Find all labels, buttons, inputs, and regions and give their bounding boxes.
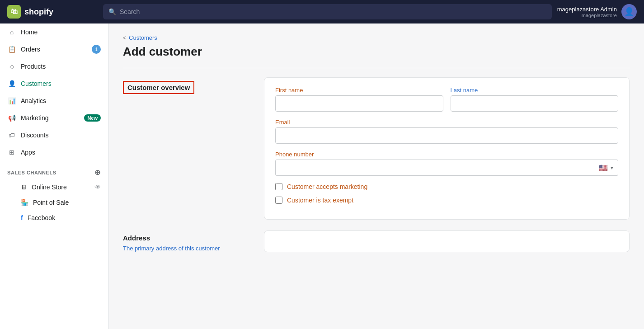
email-row: Email <box>275 119 618 144</box>
sidebar-label-customers: Customers <box>21 80 52 87</box>
add-sales-channel-icon[interactable]: ⊕ <box>94 168 101 177</box>
sidebar-label-apps: Apps <box>21 149 35 156</box>
address-card <box>264 230 630 252</box>
last-name-group: Last name <box>451 87 619 112</box>
sidebar-item-point-of-sale[interactable]: 🏪 Point of Sale <box>0 195 108 210</box>
orders-icon: 📋 <box>7 45 16 54</box>
first-name-group: First name <box>275 87 443 112</box>
search-bar[interactable]: 🔍 <box>103 4 552 19</box>
sidebar-label-analytics: Analytics <box>21 97 46 104</box>
sidebar-item-facebook[interactable]: f Facebook <box>0 210 108 226</box>
sidebar-label-online-store: Online Store <box>32 183 67 191</box>
phone-input-row: 🇺🇸 ▼ <box>275 160 618 176</box>
marketing-checkbox[interactable] <box>275 183 282 190</box>
discounts-icon: 🏷 <box>7 131 16 140</box>
marketing-checkbox-label: Customer accepts marketing <box>287 183 367 190</box>
breadcrumb[interactable]: < Customers <box>123 34 630 41</box>
avatar[interactable]: 👤 <box>621 4 637 19</box>
tax-exempt-checkbox-row[interactable]: Customer is tax exempt <box>275 197 618 204</box>
email-label: Email <box>275 119 618 126</box>
sidebar-item-orders[interactable]: 📋 Orders 1 <box>0 41 108 58</box>
user-name: mageplazastore Admin <box>557 6 617 13</box>
sidebar-item-marketing[interactable]: 📢 Marketing New <box>0 109 108 127</box>
marketing-icon: 📢 <box>7 113 16 122</box>
breadcrumb-label: Customers <box>129 34 157 41</box>
sidebar-label-home: Home <box>21 28 38 36</box>
email-group: Email <box>275 119 618 144</box>
sidebar-label-discounts: Discounts <box>21 132 48 139</box>
page-title: Add customer <box>123 45 630 59</box>
logo: 🛍 shopify <box>7 5 98 19</box>
online-store-icon: 🖥 <box>21 183 27 191</box>
main-content: < Customers Add customer Customer overvi… <box>108 24 644 329</box>
user-info: mageplazastore Admin mageplazastore 👤 <box>557 4 637 19</box>
customer-overview-heading: Customer overview <box>123 81 194 94</box>
sidebar-item-customers[interactable]: 👤 Customers <box>0 75 108 92</box>
page-divider <box>123 68 630 68</box>
sidebar-label-marketing: Marketing <box>21 114 48 122</box>
phone-flag-button[interactable]: 🇺🇸 ▼ <box>595 160 618 176</box>
us-flag-icon: 🇺🇸 <box>599 164 608 172</box>
phone-label: Phone number <box>275 151 618 158</box>
name-row: First name Last name <box>275 87 618 112</box>
user-store: mageplazastore <box>557 13 617 18</box>
search-icon: 🔍 <box>108 8 116 15</box>
phone-group: Phone number 🇺🇸 ▼ <box>275 151 618 176</box>
marketing-badge-new: New <box>84 114 101 122</box>
sidebar-label-facebook: Facebook <box>28 214 55 221</box>
tax-exempt-checkbox[interactable] <box>275 197 282 204</box>
point-of-sale-icon: 🏪 <box>21 199 28 206</box>
sidebar-item-products[interactable]: ◇ Products <box>0 58 108 75</box>
sales-channels-label: SALES CHANNELS <box>7 170 56 175</box>
section-label-customer-overview: Customer overview <box>123 77 249 220</box>
customer-overview-section: Customer overview First name Last name <box>123 77 630 220</box>
address-sublabel: The primary address of this customer <box>123 245 249 252</box>
logo-text: shopify <box>24 7 53 17</box>
analytics-icon: 📊 <box>7 96 16 105</box>
phone-input[interactable] <box>275 160 595 176</box>
eye-icon: 👁 <box>94 183 101 191</box>
customers-icon: 👤 <box>7 79 16 88</box>
topnav: 🛍 shopify 🔍 mageplazastore Admin magepla… <box>0 0 644 24</box>
phone-input-wrap <box>275 160 595 176</box>
last-name-input[interactable] <box>451 95 619 112</box>
products-icon: ◇ <box>7 62 16 71</box>
marketing-checkbox-row[interactable]: Customer accepts marketing <box>275 183 618 190</box>
section-label-address: Address The primary address of this cust… <box>123 230 249 252</box>
sidebar-item-online-store[interactable]: 🖥 Online Store 👁 <box>0 179 108 195</box>
orders-badge: 1 <box>92 45 101 54</box>
address-section: Address The primary address of this cust… <box>123 230 630 252</box>
sidebar-item-analytics[interactable]: 📊 Analytics <box>0 92 108 109</box>
sidebar-label-products: Products <box>21 63 46 70</box>
breadcrumb-chevron: < <box>123 35 126 41</box>
flag-dropdown-arrow: ▼ <box>610 165 614 170</box>
sales-channels-header: SALES CHANNELS ⊕ <box>0 161 108 179</box>
address-heading: Address <box>123 234 150 242</box>
first-name-label: First name <box>275 87 443 94</box>
sidebar-label-point-of-sale: Point of Sale <box>33 199 69 206</box>
sidebar: ⌂ Home 📋 Orders 1 ◇ Products 👤 Customers… <box>0 24 108 329</box>
email-input[interactable] <box>275 127 618 144</box>
home-icon: ⌂ <box>7 28 16 37</box>
search-input[interactable] <box>120 8 546 15</box>
first-name-input[interactable] <box>275 95 443 112</box>
customer-overview-card: First name Last name Email <box>264 77 630 220</box>
phone-row: Phone number 🇺🇸 ▼ <box>275 151 618 176</box>
sidebar-item-apps[interactable]: ⊞ Apps <box>0 144 108 161</box>
sidebar-item-discounts[interactable]: 🏷 Discounts <box>0 127 108 144</box>
apps-icon: ⊞ <box>7 148 16 157</box>
layout: ⌂ Home 📋 Orders 1 ◇ Products 👤 Customers… <box>0 24 644 329</box>
sidebar-item-home[interactable]: ⌂ Home <box>0 24 108 41</box>
tax-exempt-checkbox-label: Customer is tax exempt <box>287 197 353 204</box>
sidebar-label-orders: Orders <box>21 46 40 53</box>
shopify-bag-icon: 🛍 <box>7 5 21 19</box>
last-name-label: Last name <box>451 87 619 94</box>
facebook-icon: f <box>21 214 23 221</box>
